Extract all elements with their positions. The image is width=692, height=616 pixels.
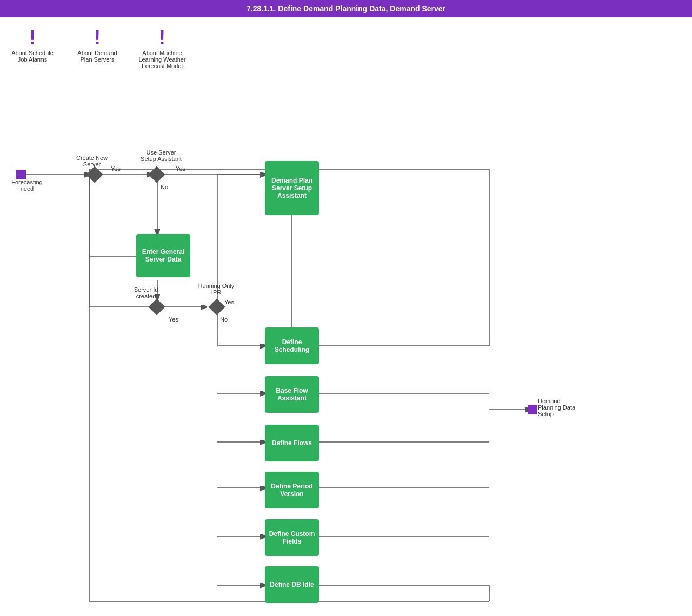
exclamation-icon-2: ! (94, 28, 101, 48)
box-define-scheduling[interactable]: Define Scheduling (265, 327, 319, 364)
page-header: 7.28.1.1. Define Demand Planning Data, D… (0, 0, 692, 17)
box-define-flows[interactable]: Define Flows (265, 425, 319, 461)
end-node (528, 405, 537, 414)
diamond-server-id-created (148, 298, 165, 315)
diamond-create-new-server (86, 166, 103, 183)
icon-schedule-job-alarms[interactable]: ! About Schedule Job Alarms (8, 28, 57, 63)
icon-machine-weather[interactable]: ! About Machine Learning Weather Forecas… (138, 28, 187, 69)
label-running-only-ipr: Running Only IPR (197, 283, 235, 296)
box-define-custom-fields[interactable]: Define Custom Fields (265, 519, 319, 556)
flow-diagram: Forecasting need Create New Server Yes U… (5, 75, 687, 615)
label-use-server-setup: Use Server Setup Assistant (139, 149, 183, 162)
label-yes-3: Yes (169, 316, 178, 323)
top-icons-container: ! About Schedule Job Alarms ! About Dema… (0, 17, 692, 75)
icon-label-2: About Demand Plan Servers (73, 50, 122, 63)
label-demand-planning-data-setup: Demand Planning Data Setup (538, 398, 581, 417)
box-enter-general-server-data[interactable]: Enter General Server Data (136, 234, 190, 277)
diamond-use-server-setup (148, 166, 165, 183)
label-forecasting-need: Forecasting need (8, 179, 46, 192)
icon-label-3: About Machine Learning Weather Forecast … (138, 50, 187, 69)
diamond-running-only-ipr (208, 298, 225, 315)
exclamation-icon-1: ! (29, 28, 36, 48)
icon-label-1: About Schedule Job Alarms (8, 50, 57, 63)
label-yes-1: Yes (111, 165, 121, 172)
exclamation-icon-3: ! (159, 28, 165, 48)
header-title: 7.28.1.1. Define Demand Planning Data, D… (247, 4, 445, 13)
label-yes-4: Yes (224, 299, 234, 305)
label-yes-2: Yes (176, 165, 185, 172)
label-server-id-created: Server Id created (124, 286, 168, 299)
label-create-new-server: Create New Server (70, 155, 114, 168)
start-node (16, 170, 26, 179)
box-define-period-version[interactable]: Define Period Version (265, 472, 319, 508)
box-demand-plan-server-setup[interactable]: Demand Plan Server Setup Assistant (265, 161, 319, 215)
label-no-2: No (220, 316, 228, 323)
box-define-db-idle[interactable]: Define DB Idle (265, 566, 319, 603)
label-no-1: No (161, 184, 168, 190)
box-base-flow-assistant[interactable]: Base Flow Assistant (265, 376, 319, 413)
icon-demand-plan-servers[interactable]: ! About Demand Plan Servers (73, 28, 122, 63)
